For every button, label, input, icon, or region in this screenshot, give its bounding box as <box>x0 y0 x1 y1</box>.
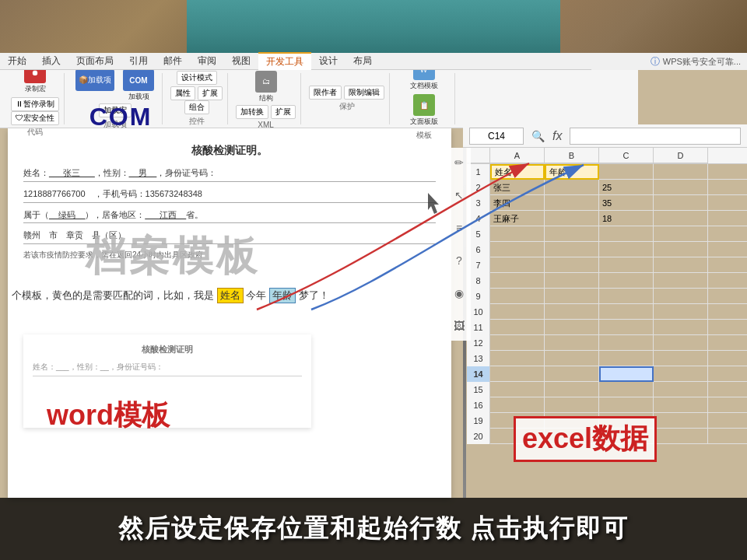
cell-a3[interactable]: 李四 <box>490 195 545 211</box>
cell-a4[interactable]: 王麻子 <box>490 211 545 226</box>
cell-a7[interactable] <box>490 257 545 273</box>
cell-d9[interactable] <box>654 289 708 304</box>
cell-b16[interactable] <box>545 397 599 413</box>
cell-a13[interactable] <box>490 351 545 366</box>
cell-c2[interactable]: 25 <box>599 180 654 195</box>
cell-d15[interactable] <box>654 382 708 397</box>
btn-pause-record[interactable]: ⏸暂停录制 <box>11 97 59 111</box>
cell-b5[interactable] <box>545 226 599 242</box>
btn-macro-security[interactable]: 🛡宏安全性 <box>11 111 59 125</box>
cell-c12[interactable] <box>599 335 654 351</box>
btn-properties[interactable]: 属性 <box>170 86 195 100</box>
sidebar-icon-radio[interactable]: ◉ <box>451 285 468 302</box>
fx-icon: fx <box>552 129 562 143</box>
btn-add-transform[interactable]: 加转换 <box>236 105 268 119</box>
keyword-age: 年龄 <box>269 288 296 303</box>
btn-expand2[interactable]: 扩展 <box>271 105 296 119</box>
tab-buju[interactable]: 布局 <box>345 53 380 69</box>
tab-page[interactable]: 页面布局 <box>68 53 121 69</box>
btn-design-mode[interactable]: 设计模式 <box>177 71 217 85</box>
cell-b11[interactable] <box>545 320 599 335</box>
cell-a14[interactable] <box>490 366 545 382</box>
sidebar-icon-pen[interactable]: ✏ <box>451 154 468 171</box>
cell-c13[interactable] <box>599 351 654 366</box>
cell-b10[interactable] <box>545 304 599 320</box>
cell-c5[interactable] <box>599 226 654 242</box>
sidebar-icon-lines[interactable]: ≡ <box>451 219 468 236</box>
cell-c10[interactable] <box>599 304 654 320</box>
tab-kaifagongju[interactable]: 开发工具 <box>258 52 311 70</box>
formula-input[interactable] <box>570 128 741 145</box>
sidebar-icon-help[interactable]: ? <box>451 252 468 269</box>
cell-d6[interactable] <box>654 242 708 257</box>
cell-d11[interactable] <box>654 320 708 335</box>
tab-charu[interactable]: 插入 <box>34 53 68 69</box>
cell-b8[interactable] <box>545 273 599 289</box>
cell-a2[interactable]: 张三 <box>490 180 545 195</box>
cell-b13[interactable] <box>545 351 599 366</box>
cell-d2[interactable] <box>654 180 708 195</box>
tab-sheji[interactable]: 设计 <box>311 53 345 69</box>
cell-a11[interactable] <box>490 320 545 335</box>
cell-d12[interactable] <box>654 335 708 351</box>
cell-d8[interactable] <box>654 273 708 289</box>
tab-shenyue[interactable]: 审阅 <box>190 53 224 69</box>
table-row: 6 <box>467 242 747 257</box>
cell-b1[interactable]: 年龄 <box>545 164 599 180</box>
cell-d7[interactable] <box>654 257 708 273</box>
tab-yinyong[interactable]: 引用 <box>121 53 156 69</box>
row-num-15: 15 <box>467 382 490 397</box>
cell-c9[interactable] <box>599 289 654 304</box>
cell-a16[interactable] <box>490 397 545 413</box>
cell-c1[interactable] <box>599 164 654 180</box>
sidebar-icon-image[interactable]: 🖼 <box>451 317 468 334</box>
cell-b9[interactable] <box>545 289 599 304</box>
btn-structure[interactable]: 🗂 结构 <box>252 69 280 105</box>
tab-shitu[interactable]: 视图 <box>224 53 258 69</box>
cell-d3[interactable] <box>654 195 708 211</box>
cell-c4[interactable]: 18 <box>599 211 654 226</box>
btn-combine[interactable]: 组合 <box>184 100 209 114</box>
cell-a8[interactable] <box>490 273 545 289</box>
cell-d16[interactable] <box>654 397 708 413</box>
cell-a5[interactable] <box>490 226 545 242</box>
cell-d4[interactable] <box>654 211 708 226</box>
cell-c16[interactable] <box>599 397 654 413</box>
btn-limit-edit[interactable]: 限制编辑 <box>344 86 384 100</box>
btn-limit-author[interactable]: 限作者 <box>309 86 342 100</box>
btn-expand[interactable]: 扩展 <box>198 86 223 100</box>
cell-c6[interactable] <box>599 242 654 257</box>
cell-d13[interactable] <box>654 351 708 366</box>
cell-d10[interactable] <box>654 304 708 320</box>
cell-a15[interactable] <box>490 382 545 397</box>
sidebar-icon-arrow[interactable]: ↖ <box>451 187 468 204</box>
cell-b6[interactable] <box>545 242 599 257</box>
tab-youjian[interactable]: 邮件 <box>156 53 190 69</box>
tab-kaishi[interactable]: 开始 <box>0 53 34 69</box>
cell-c11[interactable] <box>599 320 654 335</box>
cell-d14[interactable] <box>654 366 708 382</box>
cell-d20[interactable] <box>654 429 708 444</box>
cell-b15[interactable] <box>545 382 599 397</box>
cell-b3[interactable] <box>545 195 599 211</box>
cell-a1[interactable]: 姓名 <box>490 164 545 180</box>
cell-c3[interactable]: 35 <box>599 195 654 211</box>
cell-b7[interactable] <box>545 257 599 273</box>
cell-c8[interactable] <box>599 273 654 289</box>
cell-a10[interactable] <box>490 304 545 320</box>
cell-c15[interactable] <box>599 382 654 397</box>
cell-b12[interactable] <box>545 335 599 351</box>
cell-d5[interactable] <box>654 226 708 242</box>
cell-a12[interactable] <box>490 335 545 351</box>
cell-c14[interactable] <box>599 366 654 382</box>
cell-reference-box[interactable]: C14 <box>469 128 524 145</box>
cell-a9[interactable] <box>490 289 545 304</box>
cell-a6[interactable] <box>490 242 545 257</box>
btn-face-panel[interactable]: 📋 文面板版 <box>407 93 441 128</box>
cell-b14[interactable] <box>545 366 599 382</box>
cell-d1[interactable] <box>654 164 708 180</box>
cell-d19[interactable] <box>654 413 708 429</box>
cell-b4[interactable] <box>545 211 599 226</box>
cell-c7[interactable] <box>599 257 654 273</box>
cell-b2[interactable] <box>545 180 599 195</box>
